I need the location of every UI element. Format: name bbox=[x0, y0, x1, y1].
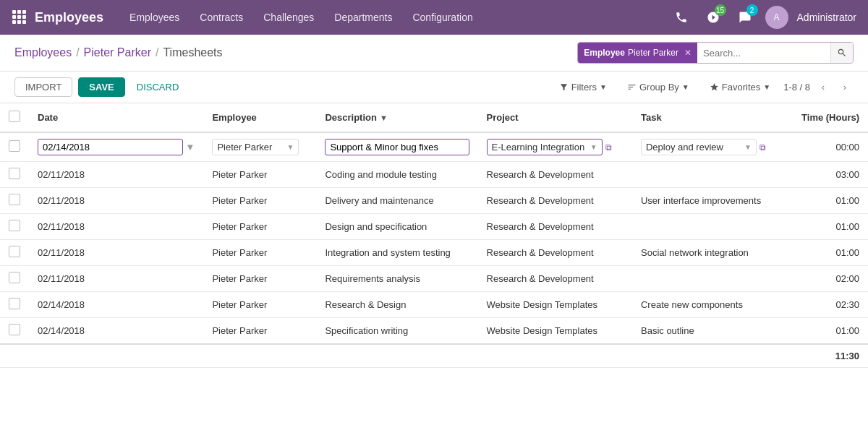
grid-icon[interactable] bbox=[12, 9, 26, 26]
svg-rect-2 bbox=[22, 10, 26, 14]
col-project[interactable]: Project bbox=[478, 103, 632, 132]
employee-arrow: ▼ bbox=[287, 143, 294, 151]
table-row: 02/11/2018 Pieter Parker Integration and… bbox=[0, 240, 868, 266]
row-3-checkbox[interactable] bbox=[9, 246, 20, 257]
row-2-checkbox[interactable] bbox=[9, 220, 20, 231]
edit-description-cell bbox=[316, 132, 477, 162]
row-edit-checkbox[interactable] bbox=[9, 140, 20, 152]
search-tag-label: Employee bbox=[584, 48, 625, 58]
groupby-arrow: ▼ bbox=[682, 83, 689, 91]
row-4-project: Research & Development bbox=[478, 266, 632, 292]
edit-date-input[interactable] bbox=[38, 139, 183, 155]
edit-employee-select[interactable]: Pieter Parker ▼ bbox=[212, 139, 299, 155]
svg-rect-8 bbox=[22, 20, 26, 24]
discard-button[interactable]: DISCARD bbox=[131, 78, 185, 96]
pager: 1-8 / 8 ‹ › bbox=[783, 79, 854, 96]
svg-rect-7 bbox=[17, 20, 21, 24]
row-0-project: Research & Development bbox=[478, 162, 632, 188]
row-1-description: Delivery and maintenance bbox=[316, 188, 477, 214]
svg-rect-3 bbox=[12, 15, 16, 19]
breadcrumb-sep-1: / bbox=[76, 46, 79, 59]
row-6-task: Basic outline bbox=[632, 318, 786, 345]
filters-arrow: ▼ bbox=[600, 83, 607, 91]
favorites-button[interactable]: Favorites ▼ bbox=[702, 78, 778, 96]
menu-item-contracts[interactable]: Contracts bbox=[191, 7, 252, 27]
search-input[interactable] bbox=[697, 45, 830, 61]
user-name[interactable]: Administrator bbox=[797, 12, 856, 23]
activity-icon[interactable]: 15 bbox=[702, 6, 725, 29]
project-external-link[interactable]: ⧉ bbox=[605, 142, 612, 153]
toolbar: IMPORT SAVE DISCARD Filters ▼ Group By ▼… bbox=[0, 72, 868, 103]
filters-button[interactable]: Filters ▼ bbox=[552, 78, 614, 96]
row-3-task: Social network integration bbox=[632, 240, 786, 266]
pager-next[interactable]: › bbox=[836, 79, 854, 96]
avatar[interactable]: A bbox=[765, 6, 788, 29]
col-time[interactable]: Time (Hours) bbox=[786, 103, 868, 132]
edit-project-select[interactable]: E-Learning Integration ▼ bbox=[487, 139, 603, 155]
row-6-checkbox[interactable] bbox=[9, 324, 20, 335]
edit-date-cell: ▼ bbox=[29, 132, 203, 162]
table-row: 02/11/2018 Pieter Parker Delivery and ma… bbox=[0, 188, 868, 214]
row-5-project: Website Design Templates bbox=[478, 292, 632, 318]
app-brand: Employees bbox=[35, 10, 103, 25]
row-0-checkbox[interactable] bbox=[9, 168, 20, 179]
row-4-checkbox[interactable] bbox=[9, 272, 20, 283]
row-1-checkbox[interactable] bbox=[9, 194, 20, 205]
task-external-link[interactable]: ⧉ bbox=[760, 142, 766, 153]
row-5-task: Create new components bbox=[632, 292, 786, 318]
row-6-description: Specification writing bbox=[316, 318, 477, 345]
col-employee[interactable]: Employee bbox=[203, 103, 316, 132]
table-header-row: Date Employee Description ▼ Project Task… bbox=[0, 103, 868, 132]
table-row: 02/14/2018 Pieter Parker Research & Desi… bbox=[0, 292, 868, 318]
row-3-project: Research & Development bbox=[478, 240, 632, 266]
date-dropdown-icon[interactable]: ▼ bbox=[186, 142, 195, 153]
col-task[interactable]: Task bbox=[632, 103, 786, 132]
chat-icon[interactable]: 2 bbox=[733, 6, 757, 29]
svg-rect-5 bbox=[22, 15, 26, 19]
pager-prev[interactable]: ‹ bbox=[814, 79, 832, 96]
svg-rect-6 bbox=[12, 20, 16, 24]
edit-task-cell: Deploy and review ▼ ⧉ bbox=[632, 132, 786, 162]
breadcrumb-pieter[interactable]: Pieter Parker bbox=[84, 46, 151, 59]
row-1-employee: Pieter Parker bbox=[203, 188, 316, 214]
row-0-time: 03:00 bbox=[786, 162, 868, 188]
groupby-button[interactable]: Group By ▼ bbox=[620, 78, 697, 96]
row-5-employee: Pieter Parker bbox=[203, 292, 316, 318]
row-5-checkbox[interactable] bbox=[9, 298, 20, 309]
row-3-description: Integration and system testing bbox=[316, 240, 477, 266]
topnav-right: 15 2 A Administrator bbox=[670, 6, 856, 29]
breadcrumb-employees[interactable]: Employees bbox=[14, 46, 72, 59]
col-date[interactable]: Date bbox=[29, 103, 203, 132]
table-row: 02/11/2018 Pieter Parker Requirements an… bbox=[0, 266, 868, 292]
row-0-employee: Pieter Parker bbox=[203, 162, 316, 188]
project-arrow: ▼ bbox=[590, 143, 597, 151]
edit-task-select[interactable]: Deploy and review ▼ bbox=[641, 139, 757, 155]
table-row: 02/11/2018 Pieter Parker Coding and modu… bbox=[0, 162, 868, 188]
row-4-time: 02:00 bbox=[786, 266, 868, 292]
row-0-task bbox=[632, 162, 786, 188]
row-5-description: Research & Design bbox=[316, 292, 477, 318]
import-button[interactable]: IMPORT bbox=[14, 77, 72, 97]
search-tag-value: Pieter Parker bbox=[628, 48, 678, 58]
row-2-description: Design and specification bbox=[316, 214, 477, 240]
svg-rect-0 bbox=[12, 10, 16, 14]
breadcrumb-sep-2: / bbox=[156, 46, 158, 59]
search-tag-remove[interactable]: ✕ bbox=[684, 48, 692, 58]
row-5-date: 02/14/2018 bbox=[29, 292, 203, 318]
row-4-description: Requirements analysis bbox=[316, 266, 477, 292]
col-description[interactable]: Description ▼ bbox=[316, 103, 477, 132]
select-all-checkbox[interactable] bbox=[9, 111, 20, 122]
menu-item-configuration[interactable]: Configuration bbox=[404, 7, 481, 27]
save-button[interactable]: SAVE bbox=[78, 77, 124, 97]
row-1-time: 01:00 bbox=[786, 188, 868, 214]
search-button[interactable] bbox=[830, 43, 853, 63]
menu-item-challenges[interactable]: Challenges bbox=[255, 7, 323, 27]
row-5-time: 02:30 bbox=[786, 292, 868, 318]
menu-item-departments[interactable]: Departments bbox=[326, 7, 401, 27]
search-bar: Employee Pieter Parker ✕ bbox=[577, 42, 854, 64]
menu-item-employees[interactable]: Employees bbox=[121, 7, 188, 27]
phone-icon[interactable] bbox=[670, 6, 693, 29]
breadcrumb-bar: Employees / Pieter Parker / Timesheets E… bbox=[0, 35, 868, 72]
edit-description-input[interactable] bbox=[325, 139, 469, 155]
row-0-description: Coding and module testing bbox=[316, 162, 477, 188]
